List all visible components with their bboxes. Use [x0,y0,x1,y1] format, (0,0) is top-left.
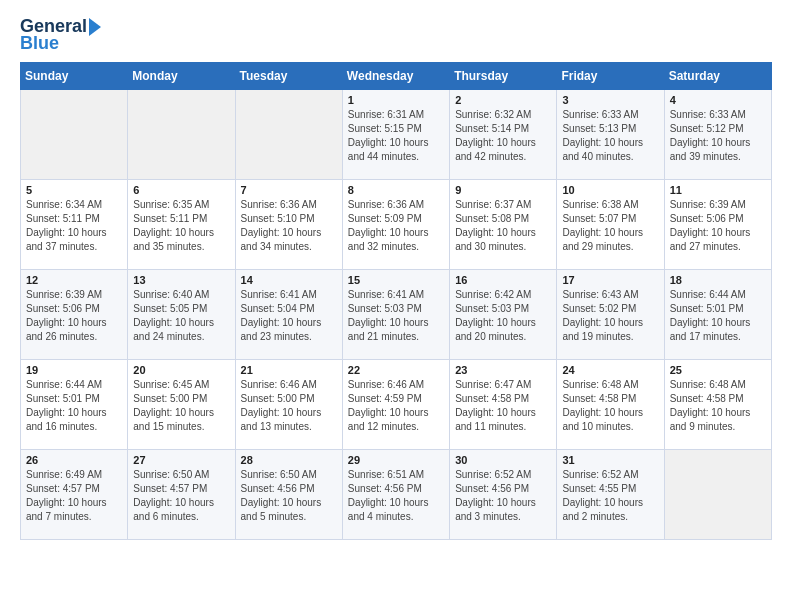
logo: General Blue [20,16,101,54]
calendar-cell [128,90,235,180]
calendar-cell: 18Sunrise: 6:44 AM Sunset: 5:01 PM Dayli… [664,270,771,360]
week-row-3: 12Sunrise: 6:39 AM Sunset: 5:06 PM Dayli… [21,270,772,360]
day-number: 16 [455,274,551,286]
day-number: 22 [348,364,444,376]
column-header-friday: Friday [557,63,664,90]
day-content: Sunrise: 6:33 AM Sunset: 5:13 PM Dayligh… [562,108,658,164]
day-content: Sunrise: 6:39 AM Sunset: 5:06 PM Dayligh… [670,198,766,254]
day-number: 8 [348,184,444,196]
day-number: 3 [562,94,658,106]
column-header-tuesday: Tuesday [235,63,342,90]
column-header-monday: Monday [128,63,235,90]
calendar-cell: 7Sunrise: 6:36 AM Sunset: 5:10 PM Daylig… [235,180,342,270]
calendar-cell: 22Sunrise: 6:46 AM Sunset: 4:59 PM Dayli… [342,360,449,450]
day-content: Sunrise: 6:52 AM Sunset: 4:55 PM Dayligh… [562,468,658,524]
week-row-4: 19Sunrise: 6:44 AM Sunset: 5:01 PM Dayli… [21,360,772,450]
day-content: Sunrise: 6:50 AM Sunset: 4:57 PM Dayligh… [133,468,229,524]
day-content: Sunrise: 6:36 AM Sunset: 5:10 PM Dayligh… [241,198,337,254]
day-content: Sunrise: 6:32 AM Sunset: 5:14 PM Dayligh… [455,108,551,164]
day-content: Sunrise: 6:50 AM Sunset: 4:56 PM Dayligh… [241,468,337,524]
calendar-cell: 23Sunrise: 6:47 AM Sunset: 4:58 PM Dayli… [450,360,557,450]
calendar-cell: 29Sunrise: 6:51 AM Sunset: 4:56 PM Dayli… [342,450,449,540]
day-content: Sunrise: 6:41 AM Sunset: 5:03 PM Dayligh… [348,288,444,344]
calendar-cell: 10Sunrise: 6:38 AM Sunset: 5:07 PM Dayli… [557,180,664,270]
calendar-cell: 20Sunrise: 6:45 AM Sunset: 5:00 PM Dayli… [128,360,235,450]
day-number: 10 [562,184,658,196]
calendar-cell: 27Sunrise: 6:50 AM Sunset: 4:57 PM Dayli… [128,450,235,540]
calendar-cell: 2Sunrise: 6:32 AM Sunset: 5:14 PM Daylig… [450,90,557,180]
column-header-thursday: Thursday [450,63,557,90]
column-header-wednesday: Wednesday [342,63,449,90]
day-content: Sunrise: 6:41 AM Sunset: 5:04 PM Dayligh… [241,288,337,344]
calendar-cell: 8Sunrise: 6:36 AM Sunset: 5:09 PM Daylig… [342,180,449,270]
calendar-cell: 31Sunrise: 6:52 AM Sunset: 4:55 PM Dayli… [557,450,664,540]
day-content: Sunrise: 6:33 AM Sunset: 5:12 PM Dayligh… [670,108,766,164]
calendar-cell: 12Sunrise: 6:39 AM Sunset: 5:06 PM Dayli… [21,270,128,360]
day-content: Sunrise: 6:40 AM Sunset: 5:05 PM Dayligh… [133,288,229,344]
day-number: 20 [133,364,229,376]
calendar-cell: 26Sunrise: 6:49 AM Sunset: 4:57 PM Dayli… [21,450,128,540]
day-content: Sunrise: 6:48 AM Sunset: 4:58 PM Dayligh… [562,378,658,434]
day-number: 12 [26,274,122,286]
day-number: 30 [455,454,551,466]
calendar-cell: 30Sunrise: 6:52 AM Sunset: 4:56 PM Dayli… [450,450,557,540]
day-number: 23 [455,364,551,376]
day-number: 18 [670,274,766,286]
day-number: 28 [241,454,337,466]
day-number: 19 [26,364,122,376]
calendar-table: SundayMondayTuesdayWednesdayThursdayFrid… [20,62,772,540]
calendar-cell: 11Sunrise: 6:39 AM Sunset: 5:06 PM Dayli… [664,180,771,270]
column-header-saturday: Saturday [664,63,771,90]
day-number: 6 [133,184,229,196]
calendar-cell: 28Sunrise: 6:50 AM Sunset: 4:56 PM Dayli… [235,450,342,540]
calendar-header-row: SundayMondayTuesdayWednesdayThursdayFrid… [21,63,772,90]
week-row-5: 26Sunrise: 6:49 AM Sunset: 4:57 PM Dayli… [21,450,772,540]
calendar-cell [21,90,128,180]
calendar-cell: 13Sunrise: 6:40 AM Sunset: 5:05 PM Dayli… [128,270,235,360]
calendar-cell: 3Sunrise: 6:33 AM Sunset: 5:13 PM Daylig… [557,90,664,180]
day-number: 29 [348,454,444,466]
calendar-cell [664,450,771,540]
page-header: General Blue [20,16,772,54]
day-content: Sunrise: 6:49 AM Sunset: 4:57 PM Dayligh… [26,468,122,524]
day-content: Sunrise: 6:34 AM Sunset: 5:11 PM Dayligh… [26,198,122,254]
day-content: Sunrise: 6:51 AM Sunset: 4:56 PM Dayligh… [348,468,444,524]
calendar-cell: 5Sunrise: 6:34 AM Sunset: 5:11 PM Daylig… [21,180,128,270]
day-content: Sunrise: 6:44 AM Sunset: 5:01 PM Dayligh… [26,378,122,434]
day-number: 14 [241,274,337,286]
calendar-cell: 14Sunrise: 6:41 AM Sunset: 5:04 PM Dayli… [235,270,342,360]
day-content: Sunrise: 6:43 AM Sunset: 5:02 PM Dayligh… [562,288,658,344]
calendar-cell: 15Sunrise: 6:41 AM Sunset: 5:03 PM Dayli… [342,270,449,360]
calendar-cell: 19Sunrise: 6:44 AM Sunset: 5:01 PM Dayli… [21,360,128,450]
calendar-cell: 1Sunrise: 6:31 AM Sunset: 5:15 PM Daylig… [342,90,449,180]
calendar-cell [235,90,342,180]
day-content: Sunrise: 6:48 AM Sunset: 4:58 PM Dayligh… [670,378,766,434]
calendar-cell: 17Sunrise: 6:43 AM Sunset: 5:02 PM Dayli… [557,270,664,360]
column-header-sunday: Sunday [21,63,128,90]
day-number: 11 [670,184,766,196]
day-number: 4 [670,94,766,106]
week-row-1: 1Sunrise: 6:31 AM Sunset: 5:15 PM Daylig… [21,90,772,180]
calendar-cell: 4Sunrise: 6:33 AM Sunset: 5:12 PM Daylig… [664,90,771,180]
day-number: 17 [562,274,658,286]
logo-blue-text: Blue [20,33,59,54]
day-content: Sunrise: 6:39 AM Sunset: 5:06 PM Dayligh… [26,288,122,344]
day-content: Sunrise: 6:46 AM Sunset: 4:59 PM Dayligh… [348,378,444,434]
day-content: Sunrise: 6:35 AM Sunset: 5:11 PM Dayligh… [133,198,229,254]
day-number: 15 [348,274,444,286]
day-content: Sunrise: 6:47 AM Sunset: 4:58 PM Dayligh… [455,378,551,434]
day-number: 26 [26,454,122,466]
calendar-cell: 16Sunrise: 6:42 AM Sunset: 5:03 PM Dayli… [450,270,557,360]
day-content: Sunrise: 6:38 AM Sunset: 5:07 PM Dayligh… [562,198,658,254]
day-number: 2 [455,94,551,106]
day-number: 7 [241,184,337,196]
calendar-cell: 9Sunrise: 6:37 AM Sunset: 5:08 PM Daylig… [450,180,557,270]
day-number: 31 [562,454,658,466]
logo-arrow-icon [89,18,101,36]
day-content: Sunrise: 6:42 AM Sunset: 5:03 PM Dayligh… [455,288,551,344]
day-content: Sunrise: 6:31 AM Sunset: 5:15 PM Dayligh… [348,108,444,164]
day-number: 24 [562,364,658,376]
day-content: Sunrise: 6:44 AM Sunset: 5:01 PM Dayligh… [670,288,766,344]
week-row-2: 5Sunrise: 6:34 AM Sunset: 5:11 PM Daylig… [21,180,772,270]
day-number: 25 [670,364,766,376]
